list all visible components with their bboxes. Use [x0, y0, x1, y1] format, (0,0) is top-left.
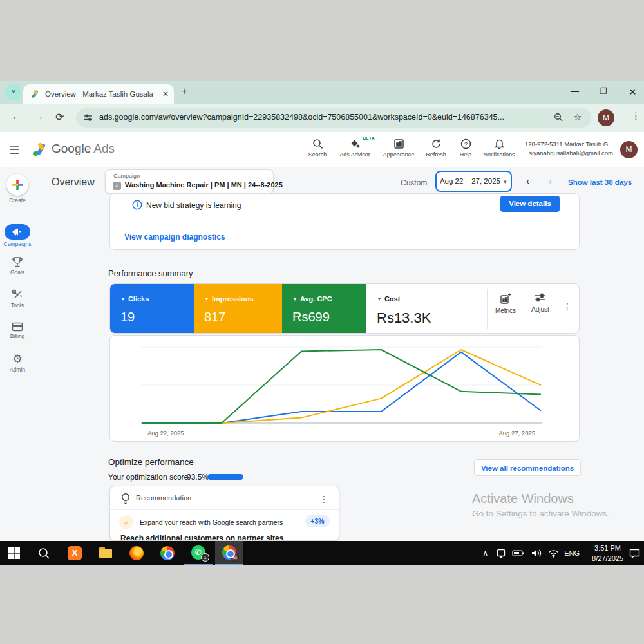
brand-text: GoogleAds [52, 142, 115, 156]
account-info[interactable]: 128-972-5311 Markaz Taslih G... siyanahg… [525, 140, 613, 158]
metric-tile-cost[interactable]: ▼Cost Rs13.3K [366, 284, 457, 334]
browser-menu-icon[interactable]: ⋮ [631, 110, 641, 122]
taskbar-chrome-icon[interactable] [153, 541, 182, 565]
account-avatar[interactable]: M [620, 141, 638, 158]
metric-tile-avg-cpc[interactable]: ▼Avg. CPC Rs699 [282, 284, 366, 334]
window-minimize-button[interactable]: — [571, 86, 579, 96]
window-close-button[interactable]: ✕ [629, 86, 637, 98]
clock-time: 3:51 PM [592, 543, 623, 553]
recommendation-header: Recommendation [136, 494, 191, 502]
url-bar[interactable]: ads.google.com/aw/overview?campaignId=22… [76, 108, 591, 128]
adjust-button[interactable]: Adjust [524, 293, 557, 313]
hamburger-menu-icon[interactable]: ☰ [9, 143, 19, 157]
x-axis-label-left: Aug 22, 2025 [147, 430, 184, 437]
url-text[interactable]: ads.google.com/aw/overview?campaignId=22… [99, 113, 550, 122]
nav-help[interactable]: ? Help [447, 138, 484, 158]
browser-window: ˅ Overview - Markaz Taslih Gusala ✕ + — … [0, 80, 644, 565]
sidebar-item-tools[interactable]: Tools [0, 289, 35, 308]
recommendation-kebab-icon[interactable]: ⋮ [319, 494, 328, 504]
sidebar-item-goals[interactable]: Goals [0, 256, 35, 276]
tab-close-icon[interactable]: ✕ [162, 90, 169, 99]
tray-expand-button[interactable]: ∧ [482, 541, 488, 565]
metric-tile-impressions[interactable]: ▼Impressions 817 [194, 284, 282, 334]
show-last-30-days-link[interactable]: Show last 30 days [568, 178, 632, 186]
taskbar-xampp-icon[interactable]: X [61, 541, 89, 565]
view-all-recommendations-button[interactable]: View all recommendations [474, 459, 581, 476]
taskbar-file-explorer-icon[interactable] [91, 541, 120, 565]
performance-summary-heading: Performance summary [108, 269, 193, 278]
help-icon: ? [460, 138, 471, 149]
sidebar-item-campaigns[interactable]: Campaigns [0, 224, 35, 247]
nav-ads-advisor[interactable]: BETA Ads Advisor [336, 138, 374, 158]
tray-volume-icon[interactable] [531, 541, 542, 565]
chevron-up-icon: ∧ [482, 549, 488, 558]
campaign-selector[interactable]: Campaign ⌕ Washing Machine Repair | PM |… [105, 169, 274, 194]
campaigns-megaphone-icon [5, 224, 30, 240]
new-tab-button[interactable]: + [182, 85, 188, 98]
tray-wifi-icon[interactable] [548, 541, 559, 565]
trophy-icon [12, 256, 23, 268]
tray-clock[interactable]: 3:51 PM 8/27/2025 [592, 543, 623, 564]
refresh-icon [431, 138, 442, 149]
search-icon [38, 547, 50, 560]
account-email: siyanahgusallahali@gmail.com [525, 149, 613, 158]
tab-search-button[interactable]: ˅ [5, 84, 22, 100]
campaign-type-icon: ⌕ [113, 182, 121, 190]
info-icon [132, 200, 142, 210]
nav-search[interactable]: Search [299, 138, 336, 158]
tab-title: Overview - Markaz Taslih Gusala [45, 90, 156, 98]
chevron-down-icon: ▼ [292, 296, 298, 302]
metrics-kebab-icon[interactable]: ⋮ [563, 301, 572, 312]
start-button[interactable] [0, 541, 28, 565]
create-plus-icon [6, 174, 28, 196]
performance-line-chart[interactable] [141, 339, 542, 427]
nav-appearance[interactable]: Appearance [380, 138, 417, 158]
action-center-icon[interactable] [629, 541, 640, 565]
view-campaign-diagnostics-link[interactable]: View campaign diagnostics [124, 232, 225, 242]
sidebar-item-create[interactable]: Create [0, 174, 35, 204]
appearance-icon [393, 138, 404, 149]
tools-wrench-icon [12, 289, 23, 301]
date-next-chevron[interactable]: › [549, 175, 552, 186]
tray-battery-icon[interactable] [512, 541, 524, 565]
taskbar-firefox-icon[interactable] [122, 541, 151, 565]
google-ads-favicon [31, 90, 40, 99]
taskbar-chrome-profile-icon[interactable]: M [215, 541, 243, 565]
view-details-button[interactable]: View details [500, 196, 560, 212]
bookmark-star-icon[interactable]: ☆ [573, 111, 582, 123]
browser-profile-avatar[interactable]: M [598, 109, 614, 126]
window-restore-button[interactable]: ❐ [600, 86, 607, 96]
metrics-button[interactable]: Metrics [489, 293, 522, 314]
tray-language-indicator[interactable]: ENG [564, 541, 580, 565]
zoom-icon[interactable] [554, 113, 564, 122]
metric-value-cost: Rs13.3K [377, 310, 457, 327]
optimize-heading: Optimize performance [108, 457, 194, 467]
tray-cast-icon[interactable] [496, 541, 506, 565]
reload-icon[interactable]: ⟳ [55, 111, 64, 123]
date-mode-label: Custom [401, 178, 427, 187]
nav-notifications[interactable]: Notifications [480, 138, 518, 158]
optimization-score-value: 93.5% [187, 473, 209, 482]
browser-tab[interactable]: Overview - Markaz Taslih Gusala ✕ [23, 84, 174, 104]
chevron-down-icon: ▼ [377, 296, 382, 302]
optimization-score-bar [207, 474, 243, 480]
recommendation-item[interactable]: Expand your reach with Google search par… [140, 518, 283, 526]
site-info-icon[interactable] [84, 113, 93, 122]
metric-tile-clicks[interactable]: ▼Clicks 19 [110, 284, 194, 334]
campaign-selector-value: Washing Machine Repair | PM | MN | 24--8… [125, 181, 283, 189]
sidebar-item-admin[interactable]: ⚙ Admin [0, 354, 35, 373]
lightbulb-icon [120, 493, 131, 504]
taskbar-whatsapp-icon[interactable]: ✆1 [184, 541, 213, 565]
recommendation-subtitle: Reach additional customers on partner si… [120, 534, 283, 541]
chevron-down-icon: ˅ [11, 88, 15, 97]
taskbar-search-button[interactable] [30, 541, 58, 565]
metrics-chart-icon [500, 293, 511, 305]
account-name: 128-972-5311 Markaz Taslih G... [525, 140, 613, 149]
forward-icon[interactable]: → [33, 111, 44, 122]
sidebar-item-billing[interactable]: Billing [0, 322, 35, 339]
x-axis-label-right: Aug 27, 2025 [498, 430, 535, 437]
back-icon[interactable]: ← [12, 111, 22, 122]
date-range-dropdown[interactable]: Aug 22 – 27, 2025 ▼ [435, 171, 512, 192]
recommendation-card: Recommendation ⋮ ⌕ Expand your reach wit… [109, 486, 339, 541]
date-prev-chevron[interactable]: ‹ [526, 175, 529, 186]
